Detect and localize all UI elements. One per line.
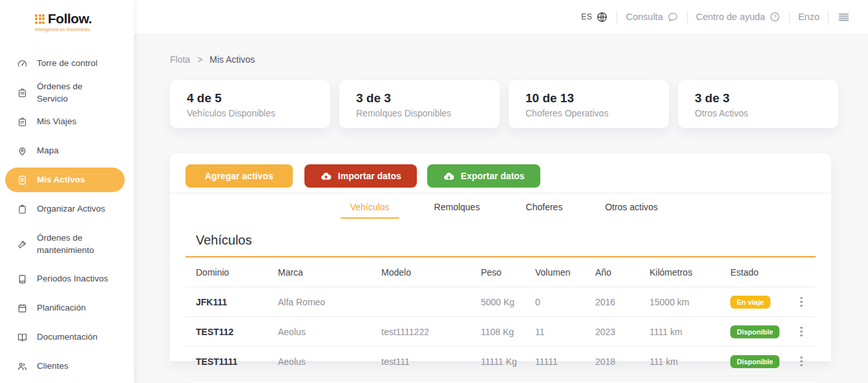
sidebar-item-planificacion[interactable]: Planificación (0, 294, 134, 323)
sidebar-item-label: Torre de control (37, 58, 116, 69)
action-buttons: Agregar activos Importar datos Exportar … (185, 164, 816, 193)
svg-text:?: ? (774, 14, 777, 20)
sidebar-item-label: Planificación (37, 302, 116, 314)
stat-value: 3 de 3 (356, 91, 483, 105)
sidebar: Follow. Inteligencia en movimiento Torre… (0, 0, 134, 383)
cell-dominio: TEST112 (196, 327, 278, 337)
topbar-divider (687, 11, 688, 23)
cell-peso: 1108 Kg (481, 327, 535, 337)
column-header-ano: Año (595, 267, 650, 278)
sidebar-item-documentacion[interactable]: Documentación (0, 323, 134, 352)
sidebar-item-clientes[interactable]: Clientes (0, 352, 134, 381)
user-name: Enzo (798, 12, 820, 22)
sidebar-item-ordenes-de-mantenimiento[interactable]: Órdenes de mantenimiento (0, 224, 134, 265)
cell-ano: 2018 (595, 356, 650, 367)
sidebar-nav: Torre de control OS Órdenes de Servicio … (0, 47, 134, 381)
table-row: TEST1111 Aeolus test111 11111 Kg 11111 2… (185, 347, 816, 377)
people-icon (17, 361, 28, 372)
stat-value: 3 de 3 (695, 91, 821, 105)
status-badge: En viaje (730, 296, 770, 309)
sidebar-item-ordenes-de-servicio[interactable]: OS Órdenes de Servicio (0, 78, 134, 107)
document-icon (17, 175, 28, 186)
open-book-icon (17, 332, 28, 343)
export-data-button[interactable]: Exportar datos (427, 164, 540, 188)
sidebar-item-label: Órdenes de Servicio (37, 81, 116, 104)
user-menu[interactable]: Enzo (798, 12, 820, 22)
table-header-row: Dominio Marca Modelo Peso Volumen Año Ki… (185, 257, 816, 287)
breadcrumb: Flota > Mis Activos (170, 53, 868, 66)
svg-text:OT: OT (20, 121, 25, 124)
kebab-menu-icon[interactable] (797, 354, 806, 369)
cell-ano: 2023 (595, 327, 650, 337)
book-icon (17, 274, 28, 285)
cell-kilometros: 1111 km (650, 327, 730, 337)
table-row: TEST112 Aeolus test1111222 1108 Kg 11 20… (185, 317, 816, 347)
cell-dominio: TEST1111 (196, 356, 278, 367)
dots-grid-icon (35, 14, 45, 24)
topbar-divider (789, 11, 790, 23)
stat-value: 10 de 13 (525, 91, 652, 105)
sidebar-item-mis-viajes[interactable]: OT Mis Viajes (0, 107, 134, 137)
status-badge: Disponible (730, 355, 779, 368)
sidebar-item-label: Mapa (37, 145, 116, 157)
sidebar-item-label: Mis Activos (37, 174, 116, 186)
stat-label: Choferes Operativos (525, 108, 652, 118)
sidebar-item-mis-activos[interactable]: Mis Activos (5, 168, 125, 192)
column-header-kilometros: Kilómetros (650, 267, 730, 278)
consulta-button[interactable]: Consulta (626, 11, 678, 23)
stat-cards: 4 de 5 Vehículos Disponibles 3 de 3 Remo… (170, 80, 838, 128)
brand-name: Follow. (48, 11, 92, 27)
sidebar-item-label: Periodos Inactivos (37, 273, 116, 285)
cell-kilometros: 111 km (650, 356, 730, 367)
globe-icon (596, 11, 608, 23)
tab-vehiculos[interactable]: Vehículos (326, 193, 414, 220)
import-data-button[interactable]: Importar datos (304, 164, 417, 188)
stat-card-choferes: 10 de 13 Choferes Operativos (509, 80, 669, 128)
cell-volumen: 11111 (535, 356, 595, 367)
sidebar-item-label: Clientes (37, 360, 116, 372)
kebab-menu-icon[interactable] (797, 294, 806, 310)
stat-label: Vehículos Disponibles (187, 108, 313, 118)
app-window: Follow. Inteligencia en movimiento Torre… (0, 0, 868, 383)
cell-dominio: JFK111 (196, 297, 278, 307)
clipboard-os-icon: OS (17, 87, 28, 98)
topbar: ES Consulta Centro de ayuda ? Enzo (134, 0, 868, 34)
import-label: Importar datos (338, 171, 401, 181)
tab-remolques[interactable]: Remolques (414, 193, 501, 220)
tab-otros-activos[interactable]: Otros activos (588, 193, 675, 220)
sidebar-item-mapa[interactable]: Mapa (0, 137, 134, 166)
cell-marca: Aeolus (278, 327, 381, 337)
column-header-marca: Marca (278, 267, 381, 278)
question-circle-icon: ? (769, 11, 781, 23)
map-pin-icon (17, 146, 28, 157)
sidebar-item-label: Organizar Activos (37, 203, 116, 215)
sidebar-item-periodos-inactivos[interactable]: Periodos Inactivos (0, 265, 134, 294)
column-header-modelo: Modelo (381, 267, 481, 278)
vehicles-table: Vehículos Dominio Marca Modelo Peso Volu… (185, 223, 816, 377)
help-center-button[interactable]: Centro de ayuda ? (696, 11, 781, 23)
language-selector[interactable]: ES (581, 11, 608, 23)
sidebar-item-label: Mis Viajes (37, 116, 116, 127)
topbar-divider (617, 11, 617, 23)
sidebar-item-organizar-activos[interactable]: Organizar Activos (0, 195, 134, 224)
gauge-icon (17, 58, 28, 69)
hamburger-menu-button[interactable] (837, 10, 851, 24)
kebab-menu-icon[interactable] (797, 324, 806, 340)
content-area: Flota > Mis Activos 4 de 5 Vehículos Dis… (134, 34, 868, 383)
table-title: Vehículos (185, 223, 816, 256)
stat-label: Otros Activos (695, 108, 821, 118)
language-label: ES (581, 12, 592, 21)
hamburger-icon (837, 10, 851, 24)
consulta-label: Consulta (626, 12, 662, 22)
sidebar-item-label: Documentación (37, 331, 116, 343)
asset-tabs: Vehículos Remolques Choferes Otros activ… (185, 193, 816, 220)
tab-choferes[interactable]: Choferes (501, 193, 588, 220)
brand-tagline: Inteligencia en movimiento (35, 27, 134, 32)
cell-marca: Alfa Romeo (278, 297, 381, 307)
brand-logo: Follow. Inteligencia en movimiento (0, 0, 134, 47)
sidebar-item-torre-de-control[interactable]: Torre de control (0, 49, 134, 78)
add-assets-button[interactable]: Agregar activos (185, 164, 293, 188)
column-header-peso: Peso (481, 267, 535, 278)
column-header-volumen: Volumen (535, 267, 595, 278)
breadcrumb-flota[interactable]: Flota (170, 54, 190, 65)
